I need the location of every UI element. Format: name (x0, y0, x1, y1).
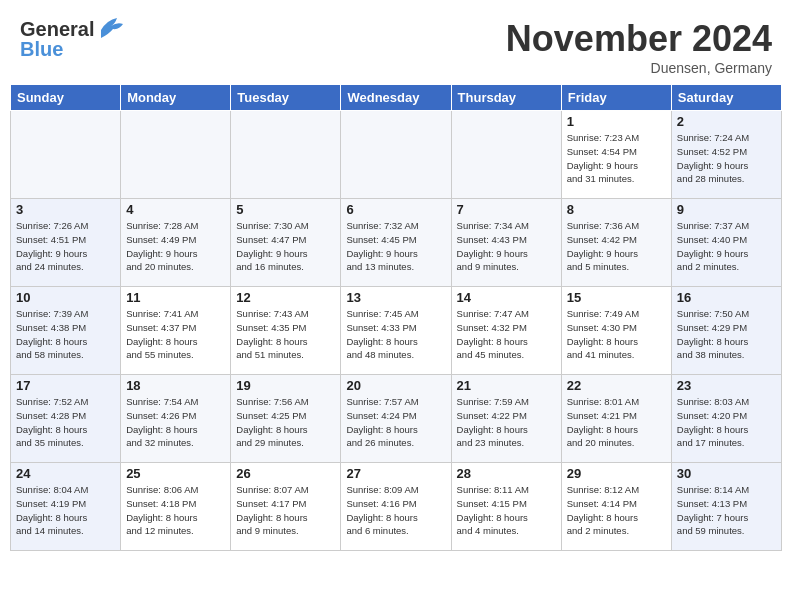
day-info: Sunrise: 8:03 AM Sunset: 4:20 PM Dayligh… (677, 395, 776, 450)
day-number: 14 (457, 290, 556, 305)
day-number: 21 (457, 378, 556, 393)
day-number: 28 (457, 466, 556, 481)
table-row: 30Sunrise: 8:14 AM Sunset: 4:13 PM Dayli… (671, 463, 781, 551)
title-block: November 2024 Duensen, Germany (506, 18, 772, 76)
day-info: Sunrise: 8:06 AM Sunset: 4:18 PM Dayligh… (126, 483, 225, 538)
day-info: Sunrise: 7:45 AM Sunset: 4:33 PM Dayligh… (346, 307, 445, 362)
table-row: 27Sunrise: 8:09 AM Sunset: 4:16 PM Dayli… (341, 463, 451, 551)
table-row: 23Sunrise: 8:03 AM Sunset: 4:20 PM Dayli… (671, 375, 781, 463)
table-row: 12Sunrise: 7:43 AM Sunset: 4:35 PM Dayli… (231, 287, 341, 375)
col-saturday: Saturday (671, 85, 781, 111)
table-row: 28Sunrise: 8:11 AM Sunset: 4:15 PM Dayli… (451, 463, 561, 551)
table-row: 7Sunrise: 7:34 AM Sunset: 4:43 PM Daylig… (451, 199, 561, 287)
table-row: 17Sunrise: 7:52 AM Sunset: 4:28 PM Dayli… (11, 375, 121, 463)
table-row: 25Sunrise: 8:06 AM Sunset: 4:18 PM Dayli… (121, 463, 231, 551)
day-info: Sunrise: 7:41 AM Sunset: 4:37 PM Dayligh… (126, 307, 225, 362)
day-info: Sunrise: 8:09 AM Sunset: 4:16 PM Dayligh… (346, 483, 445, 538)
day-number: 13 (346, 290, 445, 305)
table-row: 21Sunrise: 7:59 AM Sunset: 4:22 PM Dayli… (451, 375, 561, 463)
day-number: 3 (16, 202, 115, 217)
month-title: November 2024 (506, 18, 772, 60)
day-number: 5 (236, 202, 335, 217)
day-info: Sunrise: 7:32 AM Sunset: 4:45 PM Dayligh… (346, 219, 445, 274)
day-info: Sunrise: 8:11 AM Sunset: 4:15 PM Dayligh… (457, 483, 556, 538)
calendar-week-1: 1Sunrise: 7:23 AM Sunset: 4:54 PM Daylig… (11, 111, 782, 199)
day-number: 17 (16, 378, 115, 393)
day-info: Sunrise: 7:26 AM Sunset: 4:51 PM Dayligh… (16, 219, 115, 274)
table-row (451, 111, 561, 199)
table-row (121, 111, 231, 199)
day-number: 9 (677, 202, 776, 217)
day-info: Sunrise: 7:52 AM Sunset: 4:28 PM Dayligh… (16, 395, 115, 450)
day-info: Sunrise: 7:37 AM Sunset: 4:40 PM Dayligh… (677, 219, 776, 274)
day-number: 4 (126, 202, 225, 217)
table-row: 3Sunrise: 7:26 AM Sunset: 4:51 PM Daylig… (11, 199, 121, 287)
day-info: Sunrise: 7:54 AM Sunset: 4:26 PM Dayligh… (126, 395, 225, 450)
table-row: 19Sunrise: 7:56 AM Sunset: 4:25 PM Dayli… (231, 375, 341, 463)
col-thursday: Thursday (451, 85, 561, 111)
table-row (231, 111, 341, 199)
table-row: 5Sunrise: 7:30 AM Sunset: 4:47 PM Daylig… (231, 199, 341, 287)
day-number: 10 (16, 290, 115, 305)
day-number: 22 (567, 378, 666, 393)
col-friday: Friday (561, 85, 671, 111)
table-row (11, 111, 121, 199)
day-info: Sunrise: 7:59 AM Sunset: 4:22 PM Dayligh… (457, 395, 556, 450)
calendar-week-4: 17Sunrise: 7:52 AM Sunset: 4:28 PM Dayli… (11, 375, 782, 463)
logo: General Blue (20, 18, 125, 60)
day-number: 26 (236, 466, 335, 481)
table-row (341, 111, 451, 199)
day-info: Sunrise: 7:47 AM Sunset: 4:32 PM Dayligh… (457, 307, 556, 362)
day-info: Sunrise: 7:36 AM Sunset: 4:42 PM Dayligh… (567, 219, 666, 274)
calendar-table: Sunday Monday Tuesday Wednesday Thursday… (10, 84, 782, 551)
column-headers: Sunday Monday Tuesday Wednesday Thursday… (11, 85, 782, 111)
day-info: Sunrise: 7:23 AM Sunset: 4:54 PM Dayligh… (567, 131, 666, 186)
table-row: 29Sunrise: 8:12 AM Sunset: 4:14 PM Dayli… (561, 463, 671, 551)
table-row: 16Sunrise: 7:50 AM Sunset: 4:29 PM Dayli… (671, 287, 781, 375)
day-info: Sunrise: 7:28 AM Sunset: 4:49 PM Dayligh… (126, 219, 225, 274)
day-info: Sunrise: 7:34 AM Sunset: 4:43 PM Dayligh… (457, 219, 556, 274)
day-number: 1 (567, 114, 666, 129)
logo-blue: Blue (20, 38, 125, 60)
day-number: 19 (236, 378, 335, 393)
day-info: Sunrise: 7:39 AM Sunset: 4:38 PM Dayligh… (16, 307, 115, 362)
day-info: Sunrise: 7:43 AM Sunset: 4:35 PM Dayligh… (236, 307, 335, 362)
day-number: 24 (16, 466, 115, 481)
table-row: 13Sunrise: 7:45 AM Sunset: 4:33 PM Dayli… (341, 287, 451, 375)
col-tuesday: Tuesday (231, 85, 341, 111)
day-number: 29 (567, 466, 666, 481)
table-row: 18Sunrise: 7:54 AM Sunset: 4:26 PM Dayli… (121, 375, 231, 463)
col-sunday: Sunday (11, 85, 121, 111)
day-info: Sunrise: 8:04 AM Sunset: 4:19 PM Dayligh… (16, 483, 115, 538)
day-number: 25 (126, 466, 225, 481)
table-row: 9Sunrise: 7:37 AM Sunset: 4:40 PM Daylig… (671, 199, 781, 287)
day-info: Sunrise: 8:14 AM Sunset: 4:13 PM Dayligh… (677, 483, 776, 538)
day-number: 6 (346, 202, 445, 217)
day-number: 20 (346, 378, 445, 393)
col-wednesday: Wednesday (341, 85, 451, 111)
logo-bird-icon (97, 16, 125, 38)
table-row: 24Sunrise: 8:04 AM Sunset: 4:19 PM Dayli… (11, 463, 121, 551)
day-info: Sunrise: 7:57 AM Sunset: 4:24 PM Dayligh… (346, 395, 445, 450)
day-number: 23 (677, 378, 776, 393)
table-row: 11Sunrise: 7:41 AM Sunset: 4:37 PM Dayli… (121, 287, 231, 375)
day-info: Sunrise: 7:50 AM Sunset: 4:29 PM Dayligh… (677, 307, 776, 362)
table-row: 8Sunrise: 7:36 AM Sunset: 4:42 PM Daylig… (561, 199, 671, 287)
calendar-week-2: 3Sunrise: 7:26 AM Sunset: 4:51 PM Daylig… (11, 199, 782, 287)
location: Duensen, Germany (506, 60, 772, 76)
table-row: 20Sunrise: 7:57 AM Sunset: 4:24 PM Dayli… (341, 375, 451, 463)
table-row: 26Sunrise: 8:07 AM Sunset: 4:17 PM Dayli… (231, 463, 341, 551)
table-row: 15Sunrise: 7:49 AM Sunset: 4:30 PM Dayli… (561, 287, 671, 375)
day-number: 27 (346, 466, 445, 481)
calendar-week-3: 10Sunrise: 7:39 AM Sunset: 4:38 PM Dayli… (11, 287, 782, 375)
calendar: Sunday Monday Tuesday Wednesday Thursday… (0, 84, 792, 559)
table-row: 14Sunrise: 7:47 AM Sunset: 4:32 PM Dayli… (451, 287, 561, 375)
day-number: 11 (126, 290, 225, 305)
table-row: 2Sunrise: 7:24 AM Sunset: 4:52 PM Daylig… (671, 111, 781, 199)
col-monday: Monday (121, 85, 231, 111)
table-row: 4Sunrise: 7:28 AM Sunset: 4:49 PM Daylig… (121, 199, 231, 287)
day-info: Sunrise: 7:49 AM Sunset: 4:30 PM Dayligh… (567, 307, 666, 362)
day-info: Sunrise: 7:30 AM Sunset: 4:47 PM Dayligh… (236, 219, 335, 274)
calendar-week-5: 24Sunrise: 8:04 AM Sunset: 4:19 PM Dayli… (11, 463, 782, 551)
day-number: 2 (677, 114, 776, 129)
